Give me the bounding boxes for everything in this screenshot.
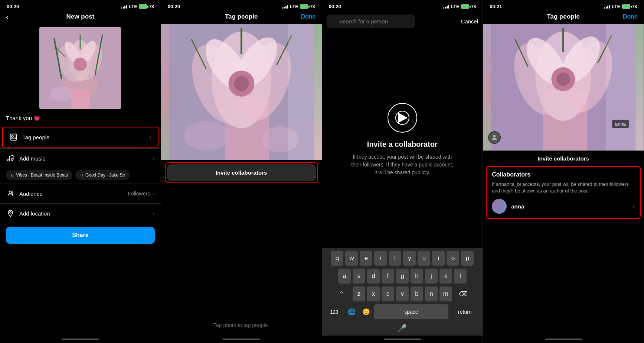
key-123[interactable]: 123: [325, 304, 344, 319]
menu-list: Tag people › Add music › ♫ Vibes · Beast…: [0, 126, 161, 223]
key-z[interactable]: z: [353, 287, 365, 301]
key-w[interactable]: w: [345, 251, 358, 266]
key-f[interactable]: f: [382, 269, 394, 284]
location-icon: [6, 209, 15, 218]
invite-collab-container: Invite collaborators: [161, 160, 322, 185]
key-j[interactable]: j: [425, 269, 438, 284]
svg-marker-38: [399, 113, 407, 122]
home-indicator-3: [322, 336, 483, 343]
tag-people-chevron: ›: [150, 134, 152, 140]
status-right-1: LTE 78: [121, 4, 154, 9]
share-button[interactable]: Share: [6, 227, 155, 244]
tag-label: anna: [612, 120, 629, 128]
menu-item-tag-people[interactable]: Tag people ›: [2, 127, 158, 148]
music-chip-2[interactable]: ♫ Good Day · Jake Sc: [75, 170, 130, 180]
key-k[interactable]: k: [439, 269, 452, 284]
music-chip-1[interactable]: ♫ Vibes · Beast Inside Beats: [6, 170, 72, 180]
svg-point-10: [50, 87, 73, 101]
key-d[interactable]: d: [367, 269, 380, 284]
invite-visual: Invite a collaborator If they accept, yo…: [322, 31, 483, 248]
svg-point-19: [8, 159, 10, 161]
key-space[interactable]: space: [374, 304, 448, 319]
collab-avatar: [492, 199, 507, 214]
key-y[interactable]: y: [403, 251, 416, 266]
key-l[interactable]: l: [454, 269, 467, 284]
search-input[interactable]: [327, 14, 415, 28]
back-button[interactable]: ‹: [6, 13, 9, 21]
home-indicator-bar-3: [384, 339, 421, 340]
key-c[interactable]: c: [382, 287, 394, 301]
key-o[interactable]: o: [447, 251, 459, 266]
key-u[interactable]: u: [418, 251, 430, 266]
music-note-icon-1: ♫: [10, 172, 14, 178]
battery-icon-3: [461, 4, 469, 9]
collab-user-row[interactable]: anna ›: [492, 199, 635, 214]
key-shift[interactable]: ⇧: [332, 287, 351, 301]
home-indicator-bar-1: [62, 339, 99, 340]
key-n[interactable]: n: [425, 287, 438, 301]
status-bar-1: 00:20 LTE 78: [0, 0, 161, 12]
svg-point-53: [493, 135, 496, 137]
collab-username: anna: [511, 203, 628, 210]
home-indicator-1: [0, 336, 161, 343]
tagged-image-container: anna: [483, 24, 644, 151]
home-indicator-bar-4: [545, 339, 582, 340]
panel-collaborators: 00:21 LTE 78 Tag people Done: [483, 0, 644, 343]
key-t[interactable]: t: [389, 251, 401, 266]
section-header: Invite collaborators: [483, 151, 644, 165]
key-x[interactable]: x: [367, 287, 380, 301]
key-s[interactable]: s: [353, 269, 365, 284]
key-g[interactable]: g: [396, 269, 409, 284]
svg-point-22: [10, 211, 11, 213]
menu-item-audience[interactable]: Audience Followers ›: [0, 184, 161, 203]
music-note-icon-2: ♫: [80, 172, 83, 178]
battery-pct-4: 78: [632, 4, 637, 9]
done-button-2[interactable]: Done: [301, 13, 316, 20]
post-image-container: [0, 24, 161, 112]
collab-chevron: ›: [633, 203, 635, 210]
music-chip-label-1: Vibes · Beast Inside Beats: [16, 172, 68, 178]
audience-icon: [6, 189, 15, 198]
svg-rect-52: [606, 24, 636, 151]
nav-bar-2: Tag people Done: [161, 12, 322, 24]
search-bar: 🔍 Cancel: [322, 12, 483, 31]
invite-collaborators-button[interactable]: Invite collaborators: [167, 164, 316, 181]
status-right-2: LTE 78: [282, 4, 315, 9]
post-image: [39, 27, 121, 109]
key-row-2: a s d f g h j k l: [324, 269, 481, 284]
key-globe[interactable]: 🌐: [345, 304, 358, 319]
key-a[interactable]: a: [338, 269, 351, 284]
menu-item-add-music[interactable]: Add music ›: [0, 148, 161, 168]
key-return[interactable]: return: [450, 304, 480, 319]
done-button-4[interactable]: Done: [623, 13, 638, 20]
key-e[interactable]: e: [360, 251, 372, 266]
svg-point-35: [184, 121, 228, 151]
page-title-1: New post: [66, 13, 95, 20]
key-b[interactable]: b: [411, 287, 423, 301]
add-music-chevron: ›: [153, 155, 155, 161]
menu-item-add-location[interactable]: Add location ›: [0, 203, 161, 223]
mic-icon: 🎤: [398, 324, 407, 333]
key-delete[interactable]: ⌫: [454, 287, 473, 301]
svg-point-21: [9, 191, 12, 194]
time-2: 00:20: [168, 4, 180, 9]
key-p[interactable]: p: [461, 251, 474, 266]
status-bar-4: 00:21 LTE 78: [483, 0, 644, 12]
key-i[interactable]: i: [432, 251, 445, 266]
key-r[interactable]: r: [374, 251, 387, 266]
caption-text: Thank you 💗: [0, 112, 161, 124]
key-emoji[interactable]: 😊: [360, 304, 372, 319]
battery-icon-1: [139, 4, 147, 9]
panel-tag-people: 00:20 LTE 78 Tag people Done: [161, 0, 322, 343]
svg-point-31: [234, 76, 249, 91]
key-v[interactable]: v: [396, 287, 409, 301]
key-m[interactable]: m: [439, 287, 452, 301]
status-bar-2: 00:20 LTE 78: [161, 0, 322, 12]
key-row-1: q w e r t y u i o p: [324, 251, 481, 266]
key-q[interactable]: q: [331, 251, 343, 266]
cancel-button[interactable]: Cancel: [461, 18, 478, 25]
key-h[interactable]: h: [411, 269, 423, 284]
user-avatar: [488, 131, 501, 144]
audience-value: Followers: [128, 191, 150, 197]
signal-icon-4: [604, 4, 610, 9]
